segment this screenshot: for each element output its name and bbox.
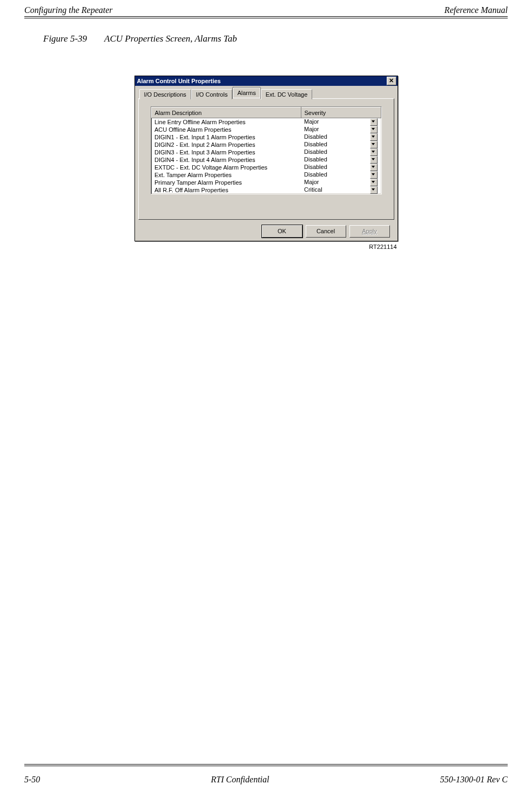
header-rule bbox=[24, 16, 508, 18]
dialog-titlebar[interactable]: Alarm Control Unit Properties ✕ bbox=[135, 76, 398, 86]
apply-button: Apply bbox=[349, 225, 390, 238]
chevron-down-icon[interactable] bbox=[370, 141, 378, 148]
chevron-down-icon[interactable] bbox=[370, 164, 378, 171]
header-left: Configuring the Repeater bbox=[24, 5, 113, 15]
table-row[interactable]: Ext. Tamper Alarm PropertiesDisabled bbox=[151, 171, 381, 179]
chevron-down-icon[interactable] bbox=[370, 126, 378, 133]
figure-number: Figure 5-39 bbox=[43, 33, 87, 44]
alarm-severity-cell: Major bbox=[301, 118, 381, 126]
alarm-description-cell: EXTDC - Ext. DC Voltage Alarm Properties bbox=[151, 164, 301, 171]
tabstrip: I/O Descriptions I/O Controls Alarms Ext… bbox=[138, 88, 394, 99]
footer-center: RTI Confidential bbox=[211, 775, 270, 785]
alarm-description-cell: Ext. Tamper Alarm Properties bbox=[151, 171, 301, 179]
tab-panel-alarms: Alarm Description Severity Line Entry Of… bbox=[138, 98, 394, 220]
figure-reference: RT221114 bbox=[134, 244, 397, 250]
alarm-description-cell: All R.F. Off Alarm Properties bbox=[151, 186, 301, 194]
footer-page-number: 5-50 bbox=[24, 775, 40, 785]
acu-properties-dialog: Alarm Control Unit Properties ✕ I/O Desc… bbox=[134, 76, 398, 241]
header-right: Reference Manual bbox=[445, 5, 508, 15]
table-row[interactable]: DIGIN2 - Ext. Input 2 Alarm PropertiesDi… bbox=[151, 141, 381, 148]
dialog-title: Alarm Control Unit Properties bbox=[137, 78, 221, 84]
alarm-description-cell: DIGIN4 - Ext. Input 4 Alarm Properties bbox=[151, 156, 301, 164]
tab-io-descriptions[interactable]: I/O Descriptions bbox=[139, 89, 191, 99]
close-icon[interactable]: ✕ bbox=[387, 77, 396, 85]
chevron-down-icon[interactable] bbox=[370, 186, 378, 194]
alarm-description-cell: DIGIN1 - Ext. Input 1 Alarm Properties bbox=[151, 133, 301, 141]
alarm-severity-cell: Critical bbox=[301, 186, 381, 194]
alarm-severity-cell: Major bbox=[301, 179, 381, 186]
chevron-down-icon[interactable] bbox=[370, 118, 378, 126]
table-row[interactable]: DIGIN4 - Ext. Input 4 Alarm PropertiesDi… bbox=[151, 156, 381, 164]
alarm-description-cell: ACU Offline Alarm Properties bbox=[151, 126, 301, 133]
alarm-description-cell: DIGIN2 - Ext. Input 2 Alarm Properties bbox=[151, 141, 301, 148]
chevron-down-icon[interactable] bbox=[370, 156, 378, 164]
tab-ext-dc-voltage[interactable]: Ext. DC Voltage bbox=[261, 89, 313, 99]
footer-rule bbox=[24, 764, 508, 766]
chevron-down-icon[interactable] bbox=[370, 148, 378, 156]
table-row[interactable]: ACU Offline Alarm PropertiesMajor bbox=[151, 126, 381, 133]
alarm-severity-cell: Disabled bbox=[301, 156, 381, 164]
table-row[interactable]: Primary Tamper Alarm PropertiesMajor bbox=[151, 179, 381, 186]
column-header-description[interactable]: Alarm Description bbox=[151, 107, 301, 118]
table-row[interactable]: DIGIN3 - Ext. Input 3 Alarm PropertiesDi… bbox=[151, 148, 381, 156]
table-row[interactable]: Line Entry Offline Alarm PropertiesMajor bbox=[151, 118, 381, 126]
dialog-button-row: OK Cancel Apply bbox=[138, 222, 394, 238]
alarm-description-cell: DIGIN3 - Ext. Input 3 Alarm Properties bbox=[151, 148, 301, 156]
alarm-severity-cell: Disabled bbox=[301, 141, 381, 148]
page-footer: 5-50 RTI Confidential 550-1300-01 Rev C bbox=[24, 775, 508, 785]
tab-alarms[interactable]: Alarms bbox=[232, 87, 260, 99]
alarm-severity-cell: Disabled bbox=[301, 164, 381, 171]
page-header: Configuring the Repeater Reference Manua… bbox=[0, 0, 532, 16]
alarms-listbox[interactable]: Alarm Description Severity Line Entry Of… bbox=[151, 106, 382, 194]
ok-button[interactable]: OK bbox=[262, 225, 302, 238]
table-row[interactable]: All R.F. Off Alarm PropertiesCritical bbox=[151, 186, 381, 194]
footer-docnum: 550-1300-01 Rev C bbox=[440, 775, 508, 785]
figure-title: ACU Properties Screen, Alarms Tab bbox=[104, 33, 237, 44]
alarm-severity-cell: Major bbox=[301, 126, 381, 133]
alarm-severity-cell: Disabled bbox=[301, 133, 381, 141]
alarm-description-cell: Primary Tamper Alarm Properties bbox=[151, 179, 301, 186]
tab-io-controls[interactable]: I/O Controls bbox=[191, 89, 233, 99]
table-row[interactable]: EXTDC - Ext. DC Voltage Alarm Properties… bbox=[151, 164, 381, 171]
alarm-description-cell: Line Entry Offline Alarm Properties bbox=[151, 118, 301, 126]
alarm-severity-cell: Disabled bbox=[301, 171, 381, 179]
cancel-button[interactable]: Cancel bbox=[306, 225, 346, 238]
table-row[interactable]: DIGIN1 - Ext. Input 1 Alarm PropertiesDi… bbox=[151, 133, 381, 141]
chevron-down-icon[interactable] bbox=[370, 133, 378, 141]
column-header-severity[interactable]: Severity bbox=[301, 107, 381, 118]
figure-caption: Figure 5-39 ACU Properties Screen, Alarm… bbox=[43, 33, 532, 44]
chevron-down-icon[interactable] bbox=[370, 179, 378, 186]
alarm-severity-cell: Disabled bbox=[301, 148, 381, 156]
chevron-down-icon[interactable] bbox=[370, 171, 378, 179]
